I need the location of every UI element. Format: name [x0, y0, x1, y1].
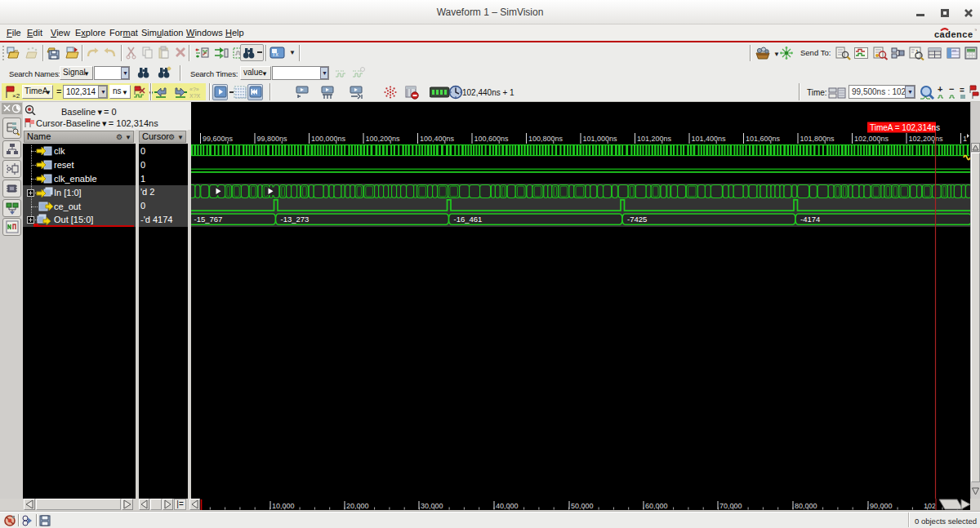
svg-text:-7425: -7425	[627, 215, 647, 224]
svg-text:102: 102	[924, 502, 936, 510]
svg-text:-15_767: -15_767	[194, 215, 223, 224]
svg-text:100,600ns: 100,600ns	[474, 135, 510, 143]
svg-text:-13_273: -13_273	[281, 215, 310, 224]
svg-text:™: ™	[974, 28, 977, 33]
svg-text:102,200ns: 102,200ns	[909, 135, 944, 143]
svg-text:TimeA = 102,314ns: TimeA = 102,314ns	[870, 123, 940, 132]
svg-text:70,000: 70,000	[719, 502, 742, 510]
svg-text:90,000: 90,000	[870, 502, 893, 510]
svg-text:100,800ns: 100,800ns	[528, 135, 564, 143]
svg-text:cadence: cadence	[934, 29, 973, 39]
svg-text:100,000ns: 100,000ns	[311, 135, 346, 143]
svg-text:60,000: 60,000	[645, 502, 668, 510]
svg-text:«?»: «?»	[189, 87, 199, 92]
svg-text:101,200ns: 101,200ns	[637, 135, 672, 143]
svg-text:50,000: 50,000	[571, 502, 594, 510]
svg-text:102,000ns: 102,000ns	[854, 135, 889, 143]
svg-text:20,000: 20,000	[346, 502, 369, 510]
svg-text:-16_461: -16_461	[454, 215, 483, 224]
svg-text:101,800ns: 101,800ns	[800, 135, 835, 143]
svg-text:Tx: Tx	[272, 51, 278, 57]
svg-text:=: =	[960, 86, 964, 95]
svg-text:×2: ×2	[12, 92, 20, 100]
svg-text:30,000: 30,000	[421, 502, 443, 510]
svg-text:101,600ns: 101,600ns	[746, 135, 781, 143]
svg-text:1: 1	[963, 135, 967, 143]
svg-text:100,400ns: 100,400ns	[420, 135, 455, 143]
svg-text:+: +	[938, 85, 942, 94]
svg-text:100,200ns: 100,200ns	[366, 135, 401, 143]
svg-text:−: −	[949, 85, 954, 94]
svg-text:101,000ns: 101,000ns	[583, 135, 618, 143]
svg-text:101,400ns: 101,400ns	[692, 135, 727, 143]
svg-text:80,000: 80,000	[795, 502, 817, 510]
svg-text:-4174: -4174	[800, 215, 820, 224]
svg-text:10,000: 10,000	[272, 502, 295, 510]
svg-text:99,800ns: 99,800ns	[257, 135, 288, 143]
svg-text:40,000: 40,000	[496, 502, 519, 510]
svg-text:99,600ns: 99,600ns	[203, 135, 234, 143]
svg-text:X?X: X?X	[189, 93, 201, 99]
